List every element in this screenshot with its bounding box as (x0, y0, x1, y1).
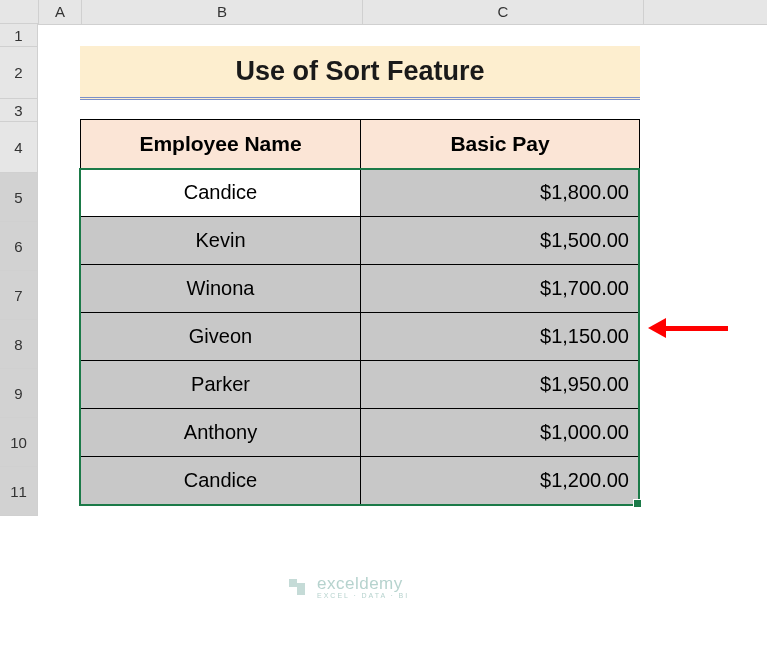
row-header-6[interactable]: 6 (0, 222, 38, 271)
row-headers: 1 2 3 4 5 6 7 8 9 10 11 (0, 24, 38, 516)
watermark-text: exceldemy EXCEL · DATA · BI (317, 575, 409, 599)
column-headers: A B C (0, 0, 767, 25)
column-header-c[interactable]: C (363, 0, 644, 24)
cell-b8[interactable]: Giveon (80, 313, 360, 361)
column-header-b[interactable]: B (82, 0, 363, 24)
cell-c5[interactable]: $1,800.00 (360, 169, 640, 217)
row-header-9[interactable]: 9 (0, 369, 38, 418)
cell-c6[interactable]: $1,500.00 (360, 217, 640, 265)
watermark: exceldemy EXCEL · DATA · BI (285, 575, 409, 599)
title-cell[interactable]: Use of Sort Feature (80, 46, 640, 100)
spreadsheet-grid: A B C 1 2 3 4 5 6 7 8 9 10 11 Use of Sor… (0, 0, 767, 645)
row-header-11[interactable]: 11 (0, 467, 38, 516)
table-row: Parker $1,950.00 (80, 361, 640, 409)
data-table: Employee Name Basic Pay Candice $1,800.0… (80, 119, 640, 505)
cell-c9[interactable]: $1,950.00 (360, 361, 640, 409)
cell-b11[interactable]: Candice (80, 457, 360, 505)
header-basic-pay[interactable]: Basic Pay (360, 119, 640, 169)
row-header-2[interactable]: 2 (0, 47, 38, 99)
row-header-8[interactable]: 8 (0, 320, 38, 369)
watermark-subtitle: EXCEL · DATA · BI (317, 592, 409, 599)
header-employee-name[interactable]: Employee Name (80, 119, 360, 169)
table-row: Winona $1,700.00 (80, 265, 640, 313)
table-row: Candice $1,200.00 (80, 457, 640, 505)
cell-c10[interactable]: $1,000.00 (360, 409, 640, 457)
row-header-10[interactable]: 10 (0, 418, 38, 467)
cell-c8[interactable]: $1,150.00 (360, 313, 640, 361)
cell-c7[interactable]: $1,700.00 (360, 265, 640, 313)
watermark-name: exceldemy (317, 575, 409, 592)
row-header-4[interactable]: 4 (0, 122, 38, 173)
row-header-5[interactable]: 5 (0, 173, 38, 222)
select-all-corner[interactable] (0, 0, 39, 24)
table-row: Kevin $1,500.00 (80, 217, 640, 265)
table-row: Candice $1,800.00 (80, 169, 640, 217)
row-header-3[interactable]: 3 (0, 99, 38, 122)
arrow-line (660, 326, 728, 331)
row-header-7[interactable]: 7 (0, 271, 38, 320)
row-header-1[interactable]: 1 (0, 24, 38, 47)
cell-b7[interactable]: Winona (80, 265, 360, 313)
table-row: Giveon $1,150.00 (80, 313, 640, 361)
cell-b10[interactable]: Anthony (80, 409, 360, 457)
cell-c11[interactable]: $1,200.00 (360, 457, 640, 505)
column-header-a[interactable]: A (39, 0, 82, 24)
table-header-row: Employee Name Basic Pay (80, 119, 640, 169)
watermark-logo-icon (285, 575, 309, 599)
table-row: Anthony $1,000.00 (80, 409, 640, 457)
cell-b9[interactable]: Parker (80, 361, 360, 409)
cell-b5[interactable]: Candice (80, 169, 360, 217)
title-text: Use of Sort Feature (235, 56, 484, 87)
cell-b6[interactable]: Kevin (80, 217, 360, 265)
